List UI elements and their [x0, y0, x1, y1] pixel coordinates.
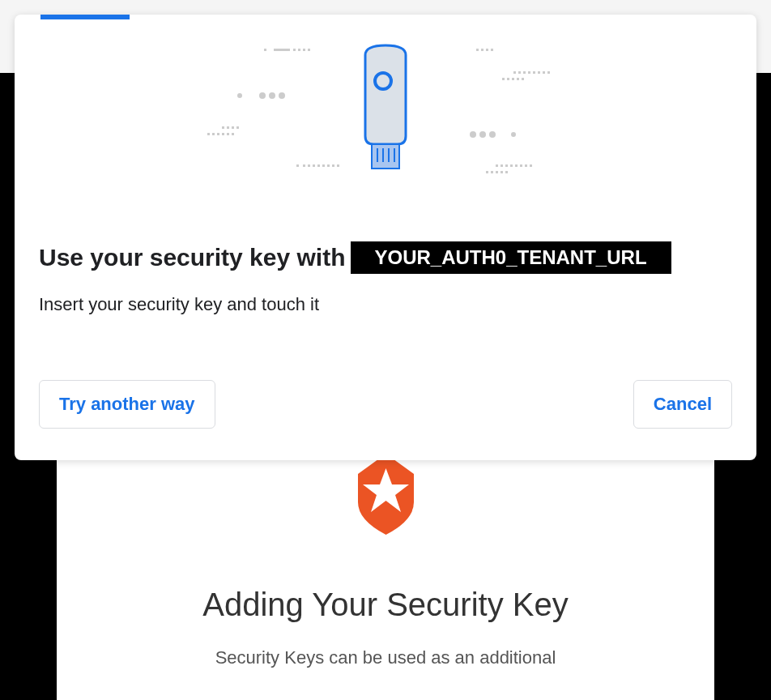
underlying-subtitle: Security Keys can be used as an addition…: [97, 647, 674, 668]
svg-rect-22: [308, 164, 310, 167]
svg-rect-17: [222, 133, 224, 135]
underlying-title: Adding Your Security Key: [97, 587, 674, 623]
svg-rect-34: [518, 71, 521, 74]
security-key-icon: [183, 39, 588, 201]
svg-rect-52: [505, 164, 508, 167]
svg-rect-27: [332, 164, 334, 167]
svg-rect-8: [303, 49, 305, 51]
svg-rect-21: [303, 164, 305, 167]
svg-rect-50: [496, 164, 498, 167]
svg-rect-7: [298, 49, 300, 51]
svg-rect-9: [308, 49, 310, 51]
svg-rect-16: [217, 133, 219, 135]
security-key-dialog: Use your security key with YOUR_AUTH0_TE…: [15, 15, 756, 460]
svg-rect-41: [502, 78, 505, 80]
svg-rect-42: [507, 78, 509, 80]
svg-rect-45: [522, 78, 524, 80]
svg-rect-37: [533, 71, 535, 74]
svg-rect-10: [222, 126, 224, 129]
svg-rect-11: [227, 126, 229, 129]
svg-rect-51: [501, 164, 503, 167]
svg-rect-40: [547, 71, 550, 74]
svg-rect-20: [296, 164, 299, 167]
svg-rect-60: [496, 171, 498, 173]
svg-rect-54: [515, 164, 518, 167]
svg-rect-53: [510, 164, 513, 167]
security-key-illustration: [39, 15, 732, 225]
try-another-way-button[interactable]: Try another way: [39, 380, 215, 429]
svg-rect-19: [232, 133, 234, 135]
svg-rect-36: [528, 71, 530, 74]
svg-rect-14: [207, 133, 210, 135]
svg-rect-33: [513, 71, 516, 74]
svg-rect-18: [227, 133, 229, 135]
svg-rect-13: [236, 126, 239, 129]
svg-rect-23: [313, 164, 315, 167]
svg-rect-5: [274, 49, 290, 51]
svg-rect-15: [212, 133, 215, 135]
svg-point-2: [269, 92, 275, 99]
dialog-actions: Try another way Cancel: [39, 380, 732, 429]
dialog-subtitle: Insert your security key and touch it: [39, 294, 732, 315]
svg-point-48: [489, 131, 496, 138]
svg-rect-62: [505, 171, 508, 173]
svg-point-0: [237, 93, 242, 98]
svg-point-46: [470, 131, 476, 138]
tenant-url-redacted: YOUR_AUTH0_TENANT_URL: [351, 241, 671, 274]
svg-rect-28: [337, 164, 339, 167]
svg-rect-58: [486, 171, 488, 173]
cancel-button[interactable]: Cancel: [633, 380, 732, 429]
svg-rect-31: [486, 49, 488, 51]
svg-point-1: [259, 92, 266, 99]
svg-rect-6: [293, 49, 296, 51]
svg-rect-57: [530, 164, 532, 167]
dialog-title-prefix: Use your security key with: [39, 244, 346, 271]
svg-rect-24: [317, 164, 320, 167]
svg-rect-26: [327, 164, 330, 167]
svg-rect-59: [491, 171, 493, 173]
svg-rect-4: [264, 49, 266, 51]
svg-point-49: [511, 132, 516, 137]
svg-point-47: [479, 131, 486, 138]
auth0-logo-icon: [347, 454, 424, 538]
svg-rect-43: [512, 78, 514, 80]
svg-rect-25: [322, 164, 325, 167]
svg-rect-61: [501, 171, 503, 173]
svg-rect-29: [476, 49, 479, 51]
svg-rect-12: [232, 126, 234, 129]
svg-rect-55: [520, 164, 522, 167]
svg-rect-30: [481, 49, 483, 51]
svg-rect-32: [491, 49, 493, 51]
dialog-title: Use your security key with YOUR_AUTH0_TE…: [39, 241, 732, 274]
svg-rect-39: [543, 71, 545, 74]
svg-point-3: [279, 92, 285, 99]
svg-rect-44: [517, 78, 519, 80]
svg-rect-56: [525, 164, 527, 167]
svg-rect-35: [523, 71, 526, 74]
svg-rect-38: [538, 71, 540, 74]
